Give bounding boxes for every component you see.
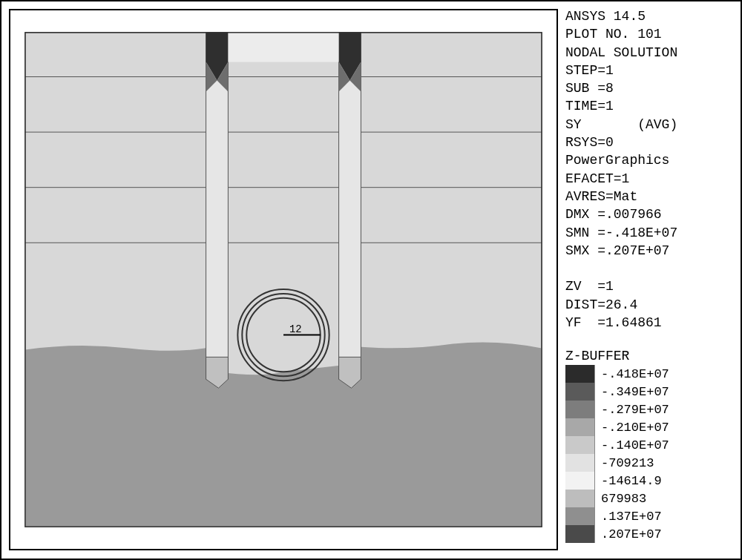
radius-label: 12: [289, 323, 302, 335]
legend-row: .137E+07: [565, 507, 736, 525]
legend-value: -.210E+07: [595, 421, 669, 435]
legend-title: Z-BUFFER: [565, 349, 736, 363]
plot-area: 12: [9, 9, 558, 550]
legend-value: -.279E+07: [595, 403, 669, 417]
legend-swatch: [565, 507, 595, 525]
left-wall: [206, 33, 229, 388]
right-wall: [339, 33, 361, 388]
legend-value: -709213: [595, 456, 654, 470]
legend-value: -14614.9: [595, 474, 662, 488]
legend-swatch: [565, 418, 595, 436]
legend-value: -.418E+07: [595, 367, 669, 381]
legend-swatch: [565, 383, 595, 401]
legend-value: -.349E+07: [595, 385, 669, 399]
legend-swatch: [565, 454, 595, 472]
legend-swatch: [565, 472, 595, 490]
legend-row: .207E+07: [565, 525, 736, 543]
contour-plot: 12: [10, 10, 556, 549]
legend-row: -.349E+07: [565, 383, 736, 401]
legend-swatch: [565, 401, 595, 418]
legend-value: -.140E+07: [595, 438, 669, 452]
legend-row: -14614.9: [565, 472, 736, 490]
legend-row: -.279E+07: [565, 401, 736, 418]
legend-row: -709213: [565, 454, 736, 472]
legend-value: .207E+07: [595, 527, 662, 541]
legend-value: 679983: [595, 492, 646, 506]
info-panel: ANSYS 14.5 PLOT NO. 101 NODAL SOLUTION S…: [565, 7, 736, 332]
legend-row: -.210E+07: [565, 418, 736, 436]
legend-swatch: [565, 490, 595, 507]
legend-row: -.140E+07: [565, 436, 736, 454]
legend-value: .137E+07: [595, 510, 662, 524]
legend-swatch: [565, 436, 595, 454]
legend-row: -.418E+07: [565, 365, 736, 383]
tunnel-ring: 12: [237, 289, 329, 381]
legend-row: 679983: [565, 490, 736, 507]
legend: Z-BUFFER -.418E+07-.349E+07-.279E+07-.21…: [565, 349, 736, 543]
legend-swatch: [565, 525, 595, 543]
legend-swatch: [565, 365, 595, 383]
svg-rect-7: [228, 33, 338, 62]
